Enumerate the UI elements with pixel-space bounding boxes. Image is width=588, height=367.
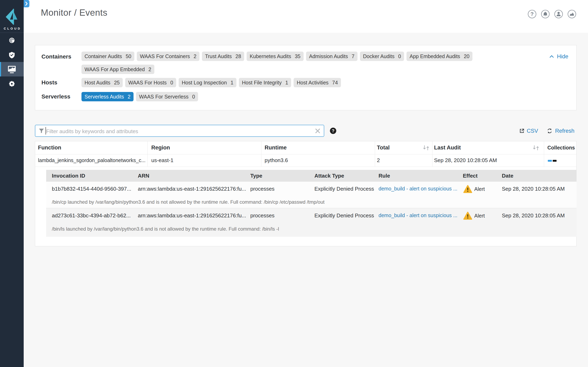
svg-text:?: ? bbox=[530, 11, 534, 17]
